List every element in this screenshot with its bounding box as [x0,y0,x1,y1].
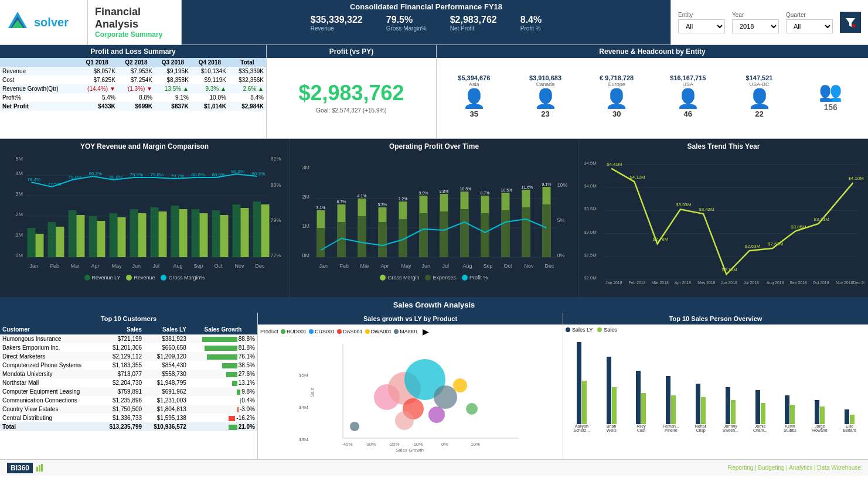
metric-gross-margin-label: Gross Margin% [386,25,427,32]
person-label-2: Stubbs [784,428,796,432]
customer-sales: $1,336,733 [100,414,144,422]
legend-sales-ly-persons: Sales LY [566,327,593,333]
bar-ly [607,357,611,424]
person-label-2: Rowand [812,428,828,432]
svg-text:Feb: Feb [340,263,349,269]
customer-growth: -16.2% [189,414,257,422]
svg-rect-39 [159,211,167,257]
year-filter-group: Year 2018 [732,12,779,33]
svg-text:Jun: Jun [422,263,431,269]
svg-text:$2.78M: $2.78M [653,237,668,242]
svg-text:Sep: Sep [194,263,203,269]
year-filter-select[interactable]: 2018 [732,19,779,33]
customer-row: Communication Connections $1,235,896 $1,… [0,396,257,405]
svg-text:Nov: Nov [235,263,245,269]
op-profit-legend: Gross Margin Expenses Profit % [293,275,575,281]
op-profit-title: Operating Profit Over Time [293,142,575,151]
customer-growth: 76.1% [189,352,257,361]
entity-item: 👥 156 [795,80,866,112]
bar-ly [815,400,819,424]
svg-text:Aug 2018: Aug 2018 [767,281,784,285]
svg-text:$2.67M: $2.67M [768,241,783,247]
pnl-cell: 8.8% [118,93,155,102]
sales-person-group: Aaliyah Scherz... [568,342,595,432]
bar-pair [636,342,646,424]
svg-text:10.5%: 10.5% [501,188,513,192]
customer-row: Bakers Emporium Inc. $1,201,306 $660,658… [0,343,257,352]
total-count: 156 [824,103,838,112]
bar-sales [701,397,706,424]
svg-text:80.3%: 80.3% [252,171,265,176]
bar-ly [577,342,581,424]
pnl-table: Q1 2018 Q2 2018 Q3 2018 Q4 2018 Total Re… [0,58,266,111]
pnl-cell: $2,984K [229,102,266,111]
svg-text:-10%: -10% [412,442,423,447]
pnl-cell: $7,254K [118,76,155,84]
customer-growth: 88.8% [189,334,257,343]
person-label-2: Cust [637,428,645,432]
svg-text:Oct: Oct [215,263,223,269]
customer-name: Computerized Phone Systems [0,361,100,370]
metric-revenue-label: Revenue [311,25,334,32]
svg-text:79.7%: 79.7% [171,173,185,179]
customer-name: Humongous Insurance [0,334,100,343]
svg-text:1M: 1M [302,223,310,229]
customer-sales: $13,235,799 [100,422,144,431]
entity-item: $16,167,715 USA 👤 46 [653,74,723,118]
person-icon: 👤 [748,87,771,110]
yoy-chart-title: YOY Revenue and Margin Comparison [4,142,285,151]
footer-tagline: Reporting | Budgeting | Analytics | Data… [728,464,861,471]
svg-rect-24 [89,216,97,257]
filter-apply-button[interactable] [840,12,861,33]
product-next-button[interactable]: ▶ [423,327,429,336]
svg-rect-42 [220,215,229,257]
svg-text:Jul: Jul [153,263,160,269]
legend-sales-persons: Sales [597,327,617,333]
metric-net-profit-value: $2,983,762 [450,15,497,25]
svg-text:Apr 2018: Apr 2018 [675,281,691,285]
svg-text:6.7%: 6.7% [337,200,346,204]
svg-text:$2.5M: $2.5M [584,252,597,258]
svg-rect-21 [28,228,36,257]
svg-text:$5M: $5M [299,373,308,378]
svg-point-175 [350,422,359,431]
customer-sales-ly: $1,948,795 [144,378,189,387]
svg-text:0%: 0% [441,442,448,447]
pnl-cell: 10.0% [191,93,229,102]
svg-text:Sales Growth: Sales Growth [396,448,424,453]
quarter-filter-group: Quarter All [786,12,833,33]
metric-net-profit: $2,983,762 Net Profit [450,15,497,32]
svg-rect-185 [36,467,38,472]
sales-person-group: Jamie Cham... [747,342,774,432]
customer-row: Computerized Phone Systems $1,183,355 $8… [0,361,257,370]
bar-sales [641,393,646,424]
person-icon: 👤 [462,87,486,110]
bar-pair [755,342,765,424]
bar-ly [726,387,730,424]
yoy-chart-panel: YOY Revenue and Margin Comparison 0M 1M … [0,139,290,297]
customer-sales-ly: $1,231,003 [144,396,189,405]
entity-filter-select[interactable]: All [678,19,725,33]
svg-text:Jul 2018: Jul 2018 [744,281,759,285]
svg-text:Aug: Aug [173,263,183,269]
svg-text:May 2018: May 2018 [697,281,715,285]
footer-logo-icon [35,463,45,473]
svg-text:9.8%: 9.8% [440,189,449,193]
svg-text:$4.41M: $4.41M [607,162,622,167]
svg-text:79%: 79% [271,217,281,223]
customer-name: Total [0,422,100,431]
quarter-filter-select[interactable]: All [786,19,833,33]
svg-text:-20%: -20% [389,442,400,447]
svg-text:Feb 2018: Feb 2018 [629,281,646,285]
pnl-cell: $7,953K [118,67,155,76]
customer-name: Northstar Mall [0,378,100,387]
person-label-1: Riley [636,424,646,428]
svg-point-183 [453,378,467,392]
entity-count: 23 [541,110,549,118]
svg-rect-41 [200,213,208,257]
top-sales-persons-title: Top 10 Sales Person Overview [563,313,868,325]
entity-list: $5,394,676 Asia 👤 35 $3,910,683 Canada 👤… [437,58,868,134]
svg-text:$3M: $3M [299,437,308,442]
svg-text:10%: 10% [471,442,480,447]
svg-text:Dec: Dec [256,263,265,269]
